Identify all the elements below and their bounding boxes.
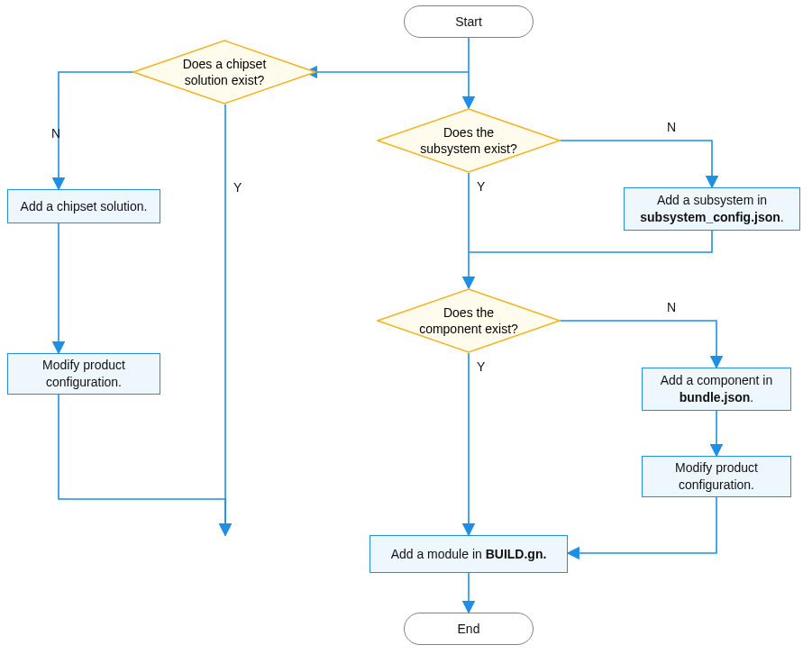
start-terminator: Start xyxy=(404,5,534,38)
decision-chipset-exist: Does a chipset solution exist? xyxy=(132,40,316,104)
label-subsystem-n: N xyxy=(667,120,676,134)
flowchart-canvas: Start Does a chipset solution exist? Doe… xyxy=(0,0,812,654)
label-chipset-n: N xyxy=(51,126,60,141)
process-add-module: Add a module in BUILD.gn. xyxy=(370,535,568,573)
label-component-y: Y xyxy=(477,359,485,374)
process-add-component-text: Add a component in bundle.json. xyxy=(661,372,773,406)
decision-subsystem-text: Does the subsystem exist? xyxy=(377,108,561,173)
process-add-module-text: Add a module in BUILD.gn. xyxy=(391,546,547,563)
decision-component-text: Does the component exist? xyxy=(377,288,561,353)
end-label: End xyxy=(458,621,480,638)
decision-component-exist: Does the component exist? xyxy=(377,288,561,353)
decision-chipset-text: Does a chipset solution exist? xyxy=(132,40,316,104)
process-modify-product-left-text: Modify product configuration. xyxy=(42,357,125,391)
process-modify-product-right: Modify product configuration. xyxy=(642,456,791,497)
process-add-subsystem-text: Add a subsystem in subsystem_config.json… xyxy=(640,192,783,226)
process-add-chipset-text: Add a chipset solution. xyxy=(21,198,148,215)
label-component-n: N xyxy=(667,300,676,314)
process-add-component: Add a component in bundle.json. xyxy=(642,368,791,411)
end-terminator: End xyxy=(404,613,534,645)
start-label: Start xyxy=(455,14,482,31)
decision-subsystem-exist: Does the subsystem exist? xyxy=(377,108,561,173)
process-modify-product-left: Modify product configuration. xyxy=(7,353,160,395)
label-subsystem-y: Y xyxy=(477,179,485,194)
process-add-subsystem: Add a subsystem in subsystem_config.json… xyxy=(624,187,800,231)
label-chipset-y: Y xyxy=(233,180,242,195)
process-modify-product-right-text: Modify product configuration. xyxy=(675,459,758,494)
process-add-chipset: Add a chipset solution. xyxy=(7,189,160,223)
